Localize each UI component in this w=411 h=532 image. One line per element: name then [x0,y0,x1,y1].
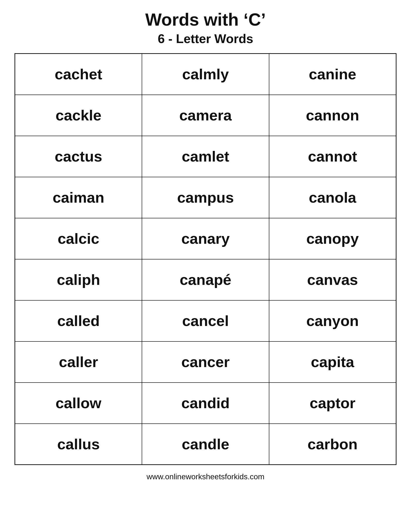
table-row: calciccanarycanopy [15,218,396,259]
table-row: calluscandlecarbon [15,424,396,465]
word-cell: captor [269,382,396,424]
word-cell: canary [142,218,269,259]
word-cell: callus [15,424,142,465]
table-row: caimancampuscanola [15,177,396,218]
word-cell: canopy [269,218,396,259]
word-cell: cachet [15,54,142,95]
word-cell: calcic [15,218,142,259]
word-cell: canapé [142,259,269,300]
word-cell: canine [269,54,396,95]
table-wrapper: cachetcalmlycaninecacklecameracannoncact… [15,53,396,465]
word-cell: cannot [269,136,396,177]
word-cell: caiman [15,177,142,218]
word-cell: capita [269,342,396,382]
word-cell: candid [142,382,269,424]
word-cell: camlet [142,136,269,177]
table-row: cacklecameracannon [15,95,396,136]
word-cell: cancel [142,300,269,342]
word-cell: candle [142,424,269,465]
word-table: cachetcalmlycaninecacklecameracannoncact… [15,53,396,465]
word-cell: cannon [269,95,396,136]
table-row: cactuscamletcannot [15,136,396,177]
word-cell: canvas [269,259,396,300]
word-cell: caller [15,342,142,382]
table-body: cachetcalmlycaninecacklecameracannoncact… [15,54,396,465]
table-row: caliphcanapécanvas [15,259,396,300]
page-title: Words with ‘C’ [145,10,266,29]
page-subtitle: 6 - Letter Words [158,31,253,46]
word-cell: cancer [142,342,269,382]
word-cell: callow [15,382,142,424]
table-row: calledcancelcanyon [15,300,396,342]
footer: www.onlineworksheetsforkids.com [147,472,264,481]
word-cell: campus [142,177,269,218]
table-row: callercancercapita [15,342,396,382]
word-cell: carbon [269,424,396,465]
word-cell: camera [142,95,269,136]
word-cell: calmly [142,54,269,95]
word-cell: cactus [15,136,142,177]
word-cell: cackle [15,95,142,136]
word-cell: called [15,300,142,342]
word-cell: caliph [15,259,142,300]
table-row: callowcandidcaptor [15,382,396,424]
word-cell: canola [269,177,396,218]
word-cell: canyon [269,300,396,342]
table-row: cachetcalmlycanine [15,54,396,95]
